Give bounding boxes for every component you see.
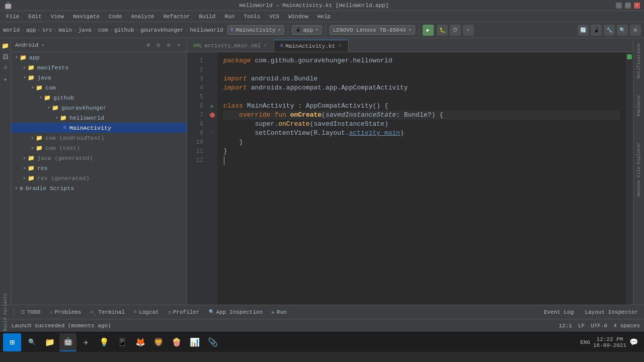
breadcrumb-app[interactable]: app [26,27,36,33]
run-button[interactable]: ▶ [423,25,434,36]
panel-settings-btn[interactable]: ⚙ [165,41,173,49]
taskbar-powerpoint[interactable]: 📊 [186,333,203,351]
tree-mainactivity[interactable]: K MainActivity [11,123,187,133]
tree-gradle-scripts[interactable]: ▸ ⚙ Gradle Scripts [11,183,187,193]
bottom-tab-app-inspection[interactable]: 🔍 App Inspection [205,307,267,318]
bottom-tab-problems[interactable]: ⚠ Problems [45,307,85,318]
maximize-button[interactable]: □ [625,3,631,9]
taskbar-notification[interactable]: 💬 [629,338,638,346]
breadcrumb-src[interactable]: src [42,27,52,33]
tree-com-androidtest[interactable]: ▸ 📁 com (androidTest) [11,133,187,143]
apply-changes-button[interactable]: ⚡ [463,25,474,36]
layout-inspector-tab[interactable]: Layout Inspector [581,307,642,318]
main-activity-selector[interactable]: K MainActivity ▾ [227,25,285,35]
taskbar-popcorn[interactable]: 🍿 [168,333,185,351]
bottom-tab-terminal[interactable]: >_ Terminal [86,307,129,318]
resource-manager-icon[interactable]: 🖼 [1,52,10,61]
breadcrumb-java[interactable]: java [78,27,91,33]
breadcrumb-world[interactable]: World [3,27,20,33]
settings-button[interactable]: ⚙ [630,25,641,36]
project-icon[interactable]: 📁 [1,41,10,50]
taskbar-lang[interactable]: ENG [580,339,590,345]
menu-view[interactable]: View [47,13,68,21]
menu-refactor[interactable]: Refactor [159,13,194,21]
right-scrollbar[interactable] [626,52,633,305]
breadcrumb-com[interactable]: com [98,27,108,33]
emulator-tab[interactable]: Emulator [635,93,642,118]
menu-code[interactable]: Code [105,13,126,21]
collapse-all-btn[interactable]: ⊟ [154,41,163,49]
taskbar-intellij[interactable]: 💡 [96,333,113,351]
tree-java-generated[interactable]: ▸ 📁 java (generated) [11,153,187,163]
tab-mainactivity-kt[interactable]: K MainActivity.kt × [274,40,349,52]
bottom-tab-run[interactable]: ▶ Run [268,307,291,318]
close-tab-kt[interactable]: × [337,43,342,49]
tree-gouravkhunger[interactable]: ▾ 📁 gouravkhunger [11,103,187,113]
menu-edit[interactable]: Edit [24,13,45,21]
tree-com-test[interactable]: ▸ 📁 com (test) [11,143,187,153]
menu-navigate[interactable]: Navigate [69,13,104,21]
menu-vcs[interactable]: VCS [265,13,283,21]
structure-icon[interactable]: ≡ [1,63,10,72]
notifications-tab[interactable]: Notifications [635,41,642,80]
tree-app[interactable]: ▾ 📁 app [11,52,187,62]
menu-run[interactable]: Run [220,13,238,21]
minimize-button[interactable]: – [616,3,622,9]
tree-com[interactable]: ▾ 📁 com [11,82,187,93]
menu-window[interactable]: Window [284,13,312,21]
gutter-line-6-run[interactable]: ▶ [207,102,217,111]
close-panel-btn[interactable]: × [175,41,183,49]
close-tab-xml[interactable]: × [263,43,268,49]
tree-res[interactable]: ▸ 📁 res [11,163,187,173]
breadcrumb-main[interactable]: main [58,27,71,33]
search-everywhere-button[interactable]: 🔍 [617,25,628,36]
menu-tools[interactable]: Tools [239,13,264,21]
gutter-line-9-fold[interactable]: ○ [207,129,217,138]
app-config-dropdown[interactable]: 📱 app ▾ [292,25,321,35]
cursor-position[interactable]: 12:1 [559,323,572,329]
menu-help[interactable]: Help [313,13,335,21]
line-ending[interactable]: LF [578,323,585,329]
event-log-tab[interactable]: Event Log [540,307,578,318]
sync-project-btn[interactable]: ⊕ [144,41,152,49]
bottom-tab-profiler[interactable]: ◷ Profiler [164,307,204,318]
breadcrumb-helloworld[interactable]: helloworld [190,27,223,33]
tree-java[interactable]: ▾ 📁 java [11,72,187,82]
breadcrumb-gouravkhunger[interactable]: gouravkhunger [140,27,184,33]
debug-button[interactable]: 🐛 [437,25,448,36]
tree-res-generated[interactable]: ▸ 📁 res (generated) [11,173,187,183]
device-file-explorer-tab[interactable]: Device File Explorer [635,140,642,199]
device-selector-dropdown[interactable]: LENOVO Lenovo TB-8504X ▾ [330,25,415,35]
bottom-tab-logcat[interactable]: ≡ Logcat [130,307,163,318]
menu-file[interactable]: File [2,13,23,21]
taskbar-android[interactable]: 📱 [114,333,131,351]
title-bar-controls[interactable]: – □ × [616,3,640,9]
taskbar-file-explorer[interactable]: 📁 [41,333,58,351]
taskbar-android-studio[interactable]: 🤖 [59,333,76,351]
tree-github[interactable]: ▾ 📁 github [11,93,187,103]
tree-manifests[interactable]: ▸ 📁 manifests [11,62,187,72]
taskbar-brave[interactable]: 🦁 [150,333,167,351]
start-button[interactable]: ⊞ [3,333,21,351]
taskbar-telegram[interactable]: ✈ [77,333,95,351]
tab-activity-main-xml[interactable]: XML activity_main.xml × [187,40,274,52]
taskbar-firefox[interactable]: 🦊 [132,333,149,351]
encoding[interactable]: UTF-8 [591,323,607,329]
code-content[interactable]: package com.github.gouravkhunger.hellowo… [217,52,626,305]
indent[interactable]: 4 spaces [613,323,640,329]
sdk-button[interactable]: 🔧 [604,25,615,36]
sync-button[interactable]: 🔄 [578,25,589,36]
menu-build[interactable]: Build [195,13,219,21]
favorites-icon[interactable]: ★ [1,74,10,83]
menu-analyze[interactable]: Analyze [127,13,158,21]
close-button[interactable]: × [634,3,640,9]
taskbar-search[interactable]: 🔍 [23,333,40,351]
tree-helloworld[interactable]: ▾ 📁 helloworld [11,113,187,123]
bottom-tab-todo[interactable]: ☰ TODO [17,307,44,318]
gutter-line-7-bp[interactable]: → [207,111,217,120]
build-variants-tab[interactable]: Build Variants [2,292,9,333]
taskbar-extras[interactable]: 📎 [204,333,221,351]
breadcrumb-github[interactable]: github [114,27,134,33]
avd-button[interactable]: 📱 [591,25,602,36]
profile-button[interactable]: ⏱ [450,25,461,36]
